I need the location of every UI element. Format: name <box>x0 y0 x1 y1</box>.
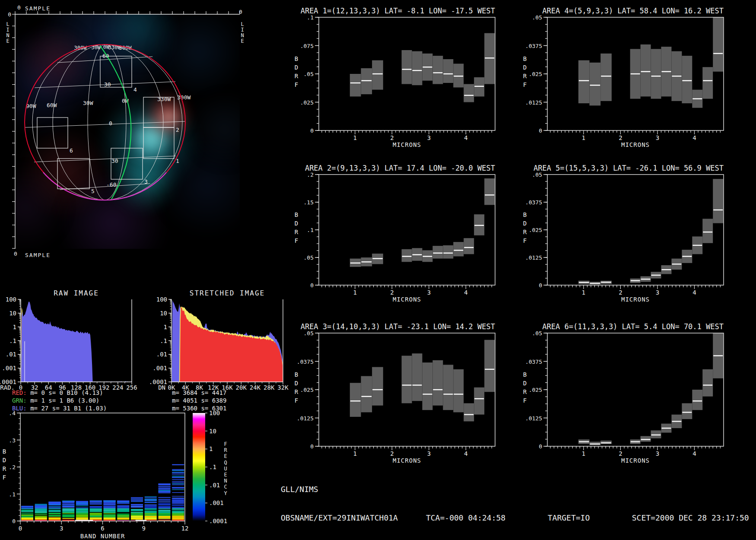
y-axis-label-letter: F <box>3 474 6 481</box>
x-tick-label: 6 <box>101 525 104 532</box>
bdrf-median-line <box>713 210 723 210</box>
y-tick-label: .025 <box>300 387 314 393</box>
y-tick-label: 0 <box>310 443 314 450</box>
legend-line: m= 3684 s= 4417 <box>172 389 226 396</box>
y-tick-label: .05 <box>304 71 314 77</box>
bdrf-box <box>600 441 612 444</box>
x-tick-label: 4 <box>464 134 467 141</box>
bdrf-median-line <box>579 80 589 81</box>
bdrf-box <box>432 246 443 258</box>
y-axis-ticks: 0.0125.025.0375.05 <box>525 330 547 450</box>
y-tick-label: .0125 <box>525 254 542 261</box>
bdrf-box <box>474 388 484 415</box>
bdrf-median-line <box>433 253 442 254</box>
line-axis-title-letter: I <box>6 27 9 33</box>
bdrf-median-line <box>651 275 661 276</box>
globe-panel: 0SAMPLE0LINE0LINE0SAMPLE6030030-6090W60W… <box>6 4 244 258</box>
bdrf-median-line <box>422 67 432 67</box>
longitude-label: 300W <box>177 94 191 101</box>
bdrf-box <box>350 383 361 417</box>
bdrf-box <box>702 67 713 98</box>
x-tick-label: 256 <box>126 384 137 391</box>
bdrf-median-line <box>362 261 372 262</box>
y-axis-ticks: 100101.1.01.001.0001 <box>0 296 21 385</box>
bdrf-box <box>372 60 383 90</box>
bdrf-median-line <box>641 439 651 440</box>
x-tick-label: 1 <box>582 450 585 457</box>
chart-title: AREA 6=(11,3,3,3) LAT= 5.4 LON= 70.1 WES… <box>542 322 724 331</box>
y-tick-label: .1 <box>9 337 16 344</box>
x-tick-label: 3 <box>427 134 431 141</box>
bdrf-median-line <box>672 76 681 76</box>
x-tick-label: 0 <box>19 525 22 532</box>
colorbar-title-letter: Q <box>224 460 227 466</box>
bdrf-median-line <box>350 400 361 401</box>
bdrf-box <box>402 50 412 84</box>
x-axis-label: MICRONS <box>393 457 421 464</box>
y-tick-label: 1 <box>13 324 16 330</box>
y-axis-label-letter: D <box>523 64 527 71</box>
y-tick-label: 0 <box>539 282 542 289</box>
x-tick-label: 4 <box>692 134 696 141</box>
area-box-number: 1 <box>176 158 179 164</box>
y-tick-label: .1 <box>307 227 314 233</box>
chart-area1: AREA 1=(12,13,3,3) LAT= -8.1 LON= -17.5 … <box>295 6 495 148</box>
chart-title: AREA 1=(12,13,3,3) LAT= -8.1 LON= -17.5 … <box>301 6 495 15</box>
x-tick-label: 9 <box>142 525 146 532</box>
line-axis-origin-right: 0 <box>239 9 242 15</box>
y-axis-label-letter: F <box>295 397 298 404</box>
bdrf-median-line <box>601 76 611 76</box>
bdrf-box <box>600 54 612 101</box>
bdrf-median-line <box>590 283 600 284</box>
bdrf-box <box>464 403 474 421</box>
x-tick-label: 1 <box>582 134 585 141</box>
x-tick-label: 2 <box>390 450 394 457</box>
chart-title: STRETCHED IMAGE <box>190 289 265 297</box>
bdrf-box <box>453 64 464 87</box>
bdrf-box <box>590 442 601 445</box>
y-tick-label: .1 <box>307 14 314 21</box>
y-tick-label: .2 <box>307 172 314 178</box>
y-axis-label-letter: F <box>523 81 527 88</box>
x-axis-label: BAND NUMBER <box>80 533 125 540</box>
y-axis-label-letter: D <box>295 380 298 387</box>
bdrf-box <box>682 403 692 419</box>
x-axis-ticks: 1234 <box>550 130 720 141</box>
y-tick-label: .0375 <box>525 359 542 365</box>
bdrf-median-line <box>372 73 383 74</box>
y-tick-label: .01 <box>156 351 167 358</box>
y-tick-label: .0375 <box>297 359 314 365</box>
bdrf-median-line <box>372 258 383 259</box>
bdrf-median-line <box>651 435 661 435</box>
bdrf-median-line <box>692 245 702 246</box>
colorbar-tick-label: 1 <box>209 445 213 452</box>
bdrf-median-line <box>590 444 600 445</box>
y-tick-label: .001 <box>152 365 167 372</box>
bdrf-boxes <box>350 33 495 102</box>
chart-title: RAW IMAGE <box>54 289 99 297</box>
main-canvas-svg: 0SAMPLE0LINE0LINE0SAMPLE6030030-6090W60W… <box>0 0 756 540</box>
bdrf-median-line <box>402 384 412 385</box>
line-axis-title-letter-right: L <box>241 21 244 27</box>
bdrf-box <box>651 49 661 98</box>
x-tick-label: 4 <box>464 289 467 296</box>
longitude-label: 60W <box>47 102 57 108</box>
bdrf-median-line <box>474 398 484 399</box>
colorbar-title-letter: R <box>224 447 227 453</box>
legend-line: BLU: m= 27 s= 31 B1 (1.03) <box>12 405 107 412</box>
line-axis-title-letter-right: N <box>241 32 244 38</box>
bdrf-box <box>682 56 692 103</box>
y-axis-ticks: 0.0125.025.0375.05 <box>525 172 547 289</box>
area-box-number: 6 <box>70 147 73 154</box>
bdrf-median-line <box>672 264 681 264</box>
y-axis-label-letter: R <box>523 388 527 395</box>
bdrf-median-line <box>682 412 692 413</box>
colorbar-title-letter: U <box>224 466 227 472</box>
bdrf-median-line <box>692 98 702 99</box>
bdrf-median-line <box>601 442 611 443</box>
y-tick-label: .1 <box>160 337 167 344</box>
bdrf-median-line <box>590 85 600 86</box>
bdrf-median-line <box>362 80 372 81</box>
bdrf-median-line <box>703 232 712 232</box>
chart-area6: AREA 6=(11,3,3,3) LAT= 5.4 LON= 70.1 WES… <box>523 322 724 464</box>
